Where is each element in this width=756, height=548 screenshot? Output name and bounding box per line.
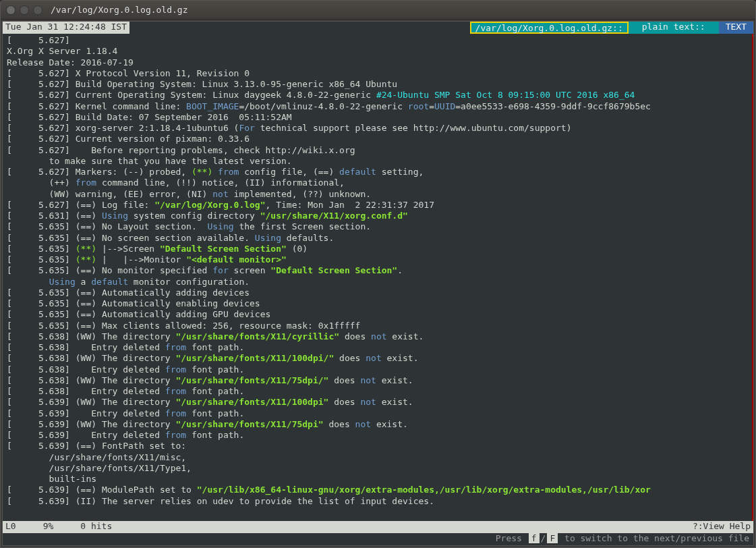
editor-pane: Tue Jan 31 12:24:48 IST /var/log/Xorg.0.…	[2, 21, 754, 546]
log-text: technical support please see http://www.…	[255, 123, 572, 133]
keyword: not	[212, 189, 228, 199]
log-text: implemented, (??) unknown.	[229, 189, 371, 199]
keyword: For	[239, 123, 254, 133]
keyword: not	[360, 375, 376, 385]
log-line: [ 5.639] Entry deleted	[7, 430, 165, 440]
log-line: [ 5.627] Build Operating System: Linux 3…	[7, 79, 397, 89]
keyword: from	[165, 342, 186, 352]
keyword: from	[165, 364, 186, 375]
log-text: | |-->Monitor	[96, 254, 186, 265]
keyword: Using	[207, 221, 233, 231]
log-line: /usr/share/fonts/X11/misc,	[7, 452, 186, 462]
keyword: Using	[255, 233, 281, 243]
cursor-position: L0	[5, 521, 16, 533]
log-line: [ 5.627] Kernel command line:	[7, 101, 186, 111]
log-text: monitor configuration.	[128, 277, 250, 287]
keyword: not	[355, 419, 371, 429]
comment-text: #24-Ubuntu SMP Sat Oct 8 09:15:00 UTC 20…	[376, 90, 635, 100]
marker: (**)	[76, 254, 96, 265]
log-line: [ 5.627]	[7, 35, 70, 45]
string: "Default Screen Section"	[270, 265, 397, 275]
log-text: exist.	[371, 419, 408, 429]
close-icon[interactable]	[6, 5, 16, 15]
path-string: "/usr/share/fonts/X11/75dpi"	[175, 419, 323, 429]
log-text: does	[328, 397, 360, 407]
log-line: [ 5.639] (WW) The directory	[7, 397, 175, 407]
log-text: .	[397, 265, 403, 275]
hits-count: 0 hits	[80, 521, 112, 533]
path-string: "/usr/share/fonts/X11/cyrillic"	[175, 331, 339, 341]
log-line: X.Org X Server 1.18.4	[7, 46, 117, 56]
log-text: exist.	[387, 331, 424, 341]
scroll-percent: 9%	[43, 521, 54, 533]
log-line: [ 5.639] (==) FontPath set to:	[7, 441, 186, 451]
log-line: [ 5.638] Entry deleted	[7, 364, 165, 375]
path-string: "/usr/share/X11/xorg.conf.d"	[260, 211, 408, 221]
log-line: [ 5.627] X Protocol Version 11, Revision…	[7, 68, 250, 78]
hint-text: to switch to the next/previous file	[559, 533, 749, 543]
keyword: default	[339, 167, 376, 177]
keyword: from	[165, 430, 186, 440]
log-text: font path.	[186, 364, 244, 375]
spacer	[129, 22, 470, 34]
log-text: =	[429, 101, 434, 111]
keyword: not	[371, 331, 386, 341]
log-line: [ 5.638] Entry deleted	[7, 342, 165, 352]
log-content[interactable]: [ 5.627] X.Org X Server 1.18.4 Release D…	[3, 34, 753, 521]
log-text: =a0ee5533-e698-4359-9ddf-9ccf8679b5ec	[455, 101, 651, 111]
log-line: (WW) warning, (EE) error, (NI)	[7, 189, 212, 199]
log-line: [ 5.627] xorg-server 2:1.18.4-1ubuntu6 (	[7, 123, 239, 133]
log-line: Release Date: 2016-07-19	[7, 57, 134, 67]
log-line: [ 5.639] (II) The server relies on udev …	[7, 496, 434, 506]
log-text: a	[76, 277, 91, 287]
log-line: to make sure that you have the latest ve…	[7, 156, 292, 166]
keyword: from	[165, 408, 186, 418]
keyword: root	[408, 101, 429, 111]
log-text: defaults.	[281, 233, 334, 243]
log-line: [ 5.635]	[7, 254, 76, 265]
key-shift-f: F	[547, 533, 558, 543]
filetype-label: plain text::	[629, 22, 719, 34]
log-line: [ 5.638] (WW) The directory	[7, 353, 175, 363]
log-text: , Time: Mon Jan 2 22:31:37 2017	[266, 200, 434, 210]
marker: (**)	[192, 167, 212, 177]
log-line: [ 5.639] (WW) The directory	[7, 419, 175, 429]
log-text: font path.	[186, 430, 244, 440]
keyword: from	[165, 386, 186, 396]
keyword: Using	[102, 211, 128, 221]
log-line: [ 5.635] (==) Automatically adding devic…	[7, 287, 250, 298]
log-text: =/boot/vmlinuz-4.8.0-22-generic	[239, 101, 407, 111]
log-line: [ 5.638] Entry deleted	[7, 386, 165, 396]
terminal-window: /var/log/Xorg.0.log.old.gz Tue Jan 31 12…	[0, 0, 756, 548]
log-line: [ 5.627] Current version of pixman: 0.33…	[7, 134, 250, 144]
keyword: not	[366, 353, 381, 363]
window-titlebar[interactable]: /var/log/Xorg.0.log.old.gz	[1, 1, 755, 20]
log-line: [ 5.635] (==) No monitor specified	[7, 265, 212, 275]
log-line: [ 5.627] Build Date: 07 September 2016 0…	[7, 112, 292, 122]
log-line: [ 5.627] Current Operating System: Linux…	[7, 90, 376, 100]
keyword: for	[212, 265, 228, 275]
log-text: command line, (!!) notice, (II) informat…	[96, 177, 345, 188]
log-text: (0)	[287, 244, 308, 254]
log-line: [ 5.639] Entry deleted	[7, 408, 165, 418]
log-text: font path.	[186, 386, 244, 396]
log-text: config file, (==)	[239, 167, 339, 177]
log-line: (++)	[7, 177, 76, 188]
log-text: exist.	[382, 353, 419, 363]
log-text: screen	[229, 265, 271, 275]
window-title: /var/log/Xorg.0.log.old.gz	[51, 5, 188, 15]
log-text: font path.	[186, 342, 244, 352]
datetime-label: Tue Jan 31 12:24:48 IST	[3, 22, 129, 34]
log-text: does	[324, 419, 355, 429]
keyword: default	[91, 277, 128, 287]
log-text: does	[328, 375, 360, 385]
string: "<default monitor>"	[186, 254, 287, 265]
log-line: [ 5.638] (WW) The directory	[7, 331, 175, 341]
log-line: built-ins	[7, 474, 96, 484]
path-string: "/var/log/Xorg.0.log"	[154, 200, 265, 210]
keyword: from	[212, 167, 239, 177]
minimize-icon[interactable]	[20, 5, 29, 15]
log-line: [ 5.635]	[7, 244, 76, 254]
maximize-icon[interactable]	[33, 5, 42, 15]
log-text: exist.	[376, 397, 413, 407]
